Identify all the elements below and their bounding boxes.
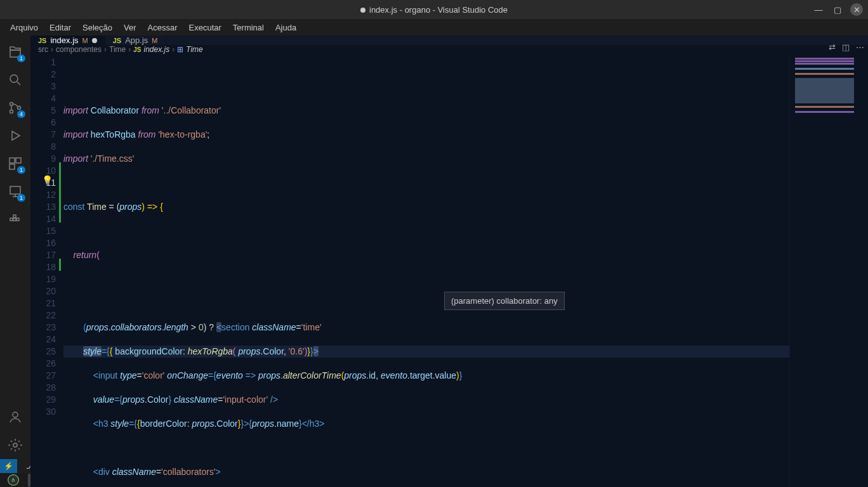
menu-arquivo[interactable]: Arquivo bbox=[5, 21, 43, 34]
hover-tooltip: (parameter) collaborator: any bbox=[444, 292, 565, 310]
minimap[interactable] bbox=[789, 54, 859, 487]
remote-explorer-icon[interactable]: 1 bbox=[0, 178, 30, 205]
tab-label: App.js bbox=[125, 36, 148, 45]
svg-rect-11 bbox=[13, 215, 16, 218]
svg-point-0 bbox=[10, 75, 18, 82]
menu-acessar[interactable]: Acessar bbox=[143, 21, 183, 34]
svg-point-12 bbox=[13, 412, 18, 417]
svg-rect-5 bbox=[16, 158, 21, 163]
svg-rect-6 bbox=[10, 164, 15, 169]
git-modified-flag: M bbox=[82, 37, 88, 44]
code-editor[interactable]: 12345 678910 1112131415 1617181920 21222… bbox=[30, 54, 868, 487]
maximize-button[interactable]: ▢ bbox=[831, 3, 844, 16]
split-editor-icon[interactable]: ◫ bbox=[842, 42, 850, 52]
git-modified-flag: M bbox=[152, 37, 157, 44]
source-control-icon[interactable]: 4 bbox=[0, 94, 30, 122]
ext-badge: 1 bbox=[17, 166, 25, 174]
more-actions-icon[interactable]: ⋯ bbox=[856, 42, 864, 52]
svg-text:⋔: ⋔ bbox=[11, 477, 16, 483]
start-menu-button[interactable]: ⋔ bbox=[3, 474, 24, 486]
code-content[interactable]: 💡 import Collaborator from '../Collabora… bbox=[63, 54, 789, 487]
docker-icon[interactable] bbox=[0, 205, 30, 233]
tab-index-js[interactable]: JS index.js M bbox=[30, 36, 105, 45]
tab-app-js[interactable]: JS App.js M bbox=[105, 36, 166, 45]
menu-terminal[interactable]: Terminal bbox=[228, 21, 269, 34]
activitybar: 1 4 1 1 bbox=[0, 36, 30, 459]
svg-point-2 bbox=[10, 110, 13, 114]
explorer-icon[interactable]: 1 bbox=[0, 38, 30, 66]
unsaved-dot-icon bbox=[92, 38, 97, 43]
breadcrumb[interactable]: src› componentes› Time› JS index.js› ⊞ T… bbox=[30, 45, 868, 54]
svg-rect-7 bbox=[10, 186, 20, 194]
js-file-icon: JS bbox=[38, 37, 46, 44]
window-title: index.js - organo - Visual Studio Code bbox=[360, 5, 508, 15]
tab-label: index.js bbox=[50, 36, 78, 45]
close-button[interactable]: ✕ bbox=[850, 3, 863, 16]
remote-indicator[interactable]: ⚡ bbox=[0, 459, 17, 473]
account-icon[interactable] bbox=[0, 403, 30, 431]
menubar: Arquivo Editar Seleção Ver Acessar Execu… bbox=[0, 19, 868, 36]
menu-ver[interactable]: Ver bbox=[119, 21, 141, 34]
run-debug-icon[interactable] bbox=[0, 122, 30, 150]
compare-changes-icon[interactable]: ⇄ bbox=[829, 42, 836, 52]
menu-executar[interactable]: Executar bbox=[184, 21, 227, 34]
svg-point-3 bbox=[18, 107, 21, 110]
svg-point-13 bbox=[13, 443, 17, 447]
extensions-icon[interactable]: 1 bbox=[0, 150, 30, 178]
minimize-button[interactable]: — bbox=[812, 3, 825, 16]
titlebar: index.js - organo - Visual Studio Code —… bbox=[0, 0, 868, 19]
scm-badge: 4 bbox=[17, 110, 25, 118]
explorer-badge: 1 bbox=[17, 55, 25, 62]
menu-selecao[interactable]: Seleção bbox=[77, 21, 117, 34]
settings-gear-icon[interactable] bbox=[0, 431, 30, 459]
svg-point-1 bbox=[10, 103, 13, 106]
editor-tabs: JS index.js M JS App.js M ⇄ ◫ ⋯ bbox=[30, 36, 868, 45]
svg-rect-9 bbox=[13, 218, 16, 221]
menu-ajuda[interactable]: Ajuda bbox=[270, 21, 301, 34]
js-file-icon: JS bbox=[133, 46, 141, 53]
vertical-scrollbar[interactable] bbox=[859, 54, 868, 487]
svg-rect-8 bbox=[10, 218, 13, 221]
lightbulb-icon[interactable]: 💡 bbox=[42, 174, 53, 186]
js-file-icon: JS bbox=[113, 37, 121, 44]
editor-area: JS index.js M JS App.js M ⇄ ◫ ⋯ src› com… bbox=[30, 36, 868, 459]
search-icon[interactable] bbox=[0, 66, 30, 94]
svg-rect-10 bbox=[16, 218, 19, 221]
menu-editar[interactable]: Editar bbox=[44, 21, 76, 34]
debug-badge: 1 bbox=[17, 194, 25, 202]
modified-dot-icon bbox=[360, 8, 365, 13]
svg-rect-4 bbox=[10, 158, 15, 163]
